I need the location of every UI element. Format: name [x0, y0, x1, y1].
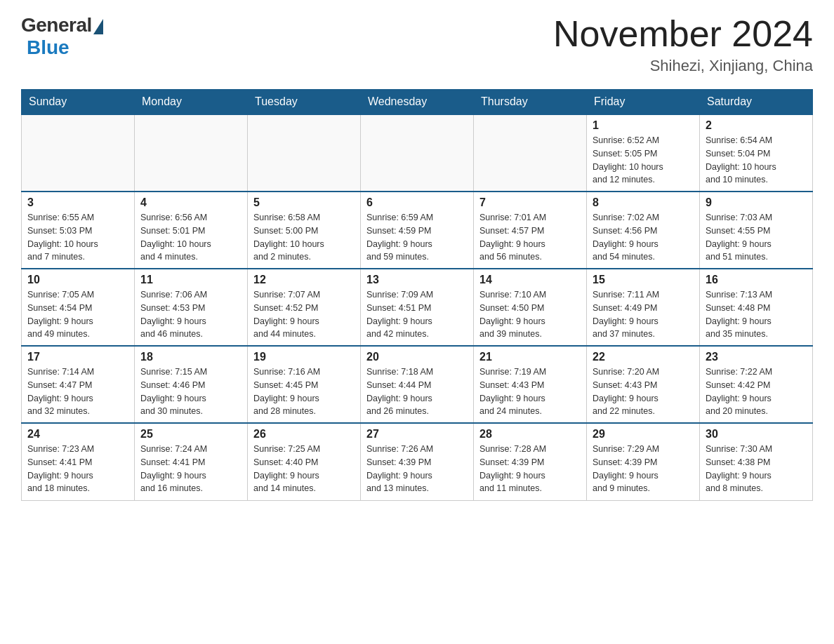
logo-blue-text: Blue — [27, 36, 70, 59]
calendar-subtitle: Shihezi, Xinjiang, China — [553, 57, 813, 75]
day-number: 16 — [706, 274, 807, 286]
day-info: Sunrise: 7:28 AMSunset: 4:39 PMDaylight:… — [479, 443, 581, 495]
day-number: 10 — [27, 274, 128, 286]
day-number: 6 — [366, 196, 468, 209]
calendar-cell — [135, 114, 248, 192]
day-info: Sunrise: 7:29 AMSunset: 4:39 PMDaylight:… — [593, 443, 694, 495]
calendar-cell: 2Sunrise: 6:54 AMSunset: 5:04 PMDaylight… — [700, 114, 813, 192]
calendar-cell: 17Sunrise: 7:14 AMSunset: 4:47 PMDayligh… — [22, 346, 135, 423]
header-wednesday: Wednesday — [361, 90, 474, 115]
day-info: Sunrise: 7:26 AMSunset: 4:39 PMDaylight:… — [366, 443, 468, 495]
calendar-cell: 30Sunrise: 7:30 AMSunset: 4:38 PMDayligh… — [700, 423, 813, 500]
day-number: 3 — [27, 196, 128, 209]
calendar-table: Sunday Monday Tuesday Wednesday Thursday… — [21, 89, 813, 501]
calendar-cell: 14Sunrise: 7:10 AMSunset: 4:50 PMDayligh… — [474, 269, 587, 346]
day-info: Sunrise: 7:10 AMSunset: 4:50 PMDaylight:… — [479, 288, 581, 341]
header-thursday: Thursday — [474, 90, 587, 115]
day-info: Sunrise: 7:20 AMSunset: 4:43 PMDaylight:… — [593, 365, 694, 418]
day-number: 28 — [479, 428, 581, 441]
title-area: November 2024 Shihezi, Xinjiang, China — [553, 14, 813, 75]
day-number: 15 — [593, 274, 694, 286]
calendar-cell: 24Sunrise: 7:23 AMSunset: 4:41 PMDayligh… — [22, 423, 135, 500]
day-number: 2 — [706, 119, 807, 132]
calendar-cell: 26Sunrise: 7:25 AMSunset: 4:40 PMDayligh… — [248, 423, 361, 500]
day-number: 9 — [706, 196, 807, 209]
week-row-0: 1Sunrise: 6:52 AMSunset: 5:05 PMDaylight… — [22, 114, 813, 192]
day-info: Sunrise: 6:58 AMSunset: 5:00 PMDaylight:… — [253, 211, 355, 264]
header-monday: Monday — [135, 90, 248, 115]
day-number: 22 — [593, 351, 694, 363]
calendar-cell: 28Sunrise: 7:28 AMSunset: 4:39 PMDayligh… — [474, 423, 587, 500]
day-number: 7 — [479, 196, 581, 209]
day-number: 1 — [593, 119, 694, 132]
day-number: 19 — [253, 351, 355, 363]
day-info: Sunrise: 7:02 AMSunset: 4:56 PMDaylight:… — [593, 211, 694, 264]
day-number: 11 — [140, 274, 241, 286]
day-number: 25 — [140, 428, 241, 441]
day-info: Sunrise: 7:30 AMSunset: 4:38 PMDaylight:… — [706, 443, 807, 495]
header-sunday: Sunday — [22, 90, 135, 115]
week-row-2: 10Sunrise: 7:05 AMSunset: 4:54 PMDayligh… — [22, 269, 813, 346]
calendar-cell: 25Sunrise: 7:24 AMSunset: 4:41 PMDayligh… — [135, 423, 248, 500]
day-info: Sunrise: 6:55 AMSunset: 5:03 PMDaylight:… — [27, 211, 128, 264]
logo-general-text: General — [21, 14, 92, 36]
calendar-cell: 18Sunrise: 7:15 AMSunset: 4:46 PMDayligh… — [135, 346, 248, 423]
calendar-cell: 20Sunrise: 7:18 AMSunset: 4:44 PMDayligh… — [361, 346, 474, 423]
calendar-cell: 8Sunrise: 7:02 AMSunset: 4:56 PMDaylight… — [587, 192, 700, 269]
calendar-cell: 11Sunrise: 7:06 AMSunset: 4:53 PMDayligh… — [135, 269, 248, 346]
day-info: Sunrise: 7:24 AMSunset: 4:41 PMDaylight:… — [140, 443, 241, 495]
day-info: Sunrise: 7:25 AMSunset: 4:40 PMDaylight:… — [253, 443, 355, 495]
day-number: 24 — [27, 428, 128, 441]
calendar-title: November 2024 — [553, 14, 813, 54]
day-number: 18 — [140, 351, 241, 363]
header-tuesday: Tuesday — [248, 90, 361, 115]
week-row-1: 3Sunrise: 6:55 AMSunset: 5:03 PMDaylight… — [22, 192, 813, 269]
calendar-cell: 29Sunrise: 7:29 AMSunset: 4:39 PMDayligh… — [587, 423, 700, 500]
day-number: 26 — [253, 428, 355, 441]
calendar-cell: 21Sunrise: 7:19 AMSunset: 4:43 PMDayligh… — [474, 346, 587, 423]
day-info: Sunrise: 7:07 AMSunset: 4:52 PMDaylight:… — [253, 288, 355, 341]
day-number: 29 — [593, 428, 694, 441]
day-number: 23 — [706, 351, 807, 363]
day-number: 13 — [366, 274, 468, 286]
day-info: Sunrise: 7:19 AMSunset: 4:43 PMDaylight:… — [479, 365, 581, 418]
day-number: 12 — [253, 274, 355, 286]
day-number: 17 — [27, 351, 128, 363]
calendar-cell: 16Sunrise: 7:13 AMSunset: 4:48 PMDayligh… — [700, 269, 813, 346]
calendar-cell: 23Sunrise: 7:22 AMSunset: 4:42 PMDayligh… — [700, 346, 813, 423]
day-info: Sunrise: 7:23 AMSunset: 4:41 PMDaylight:… — [27, 443, 128, 495]
day-info: Sunrise: 7:16 AMSunset: 4:45 PMDaylight:… — [253, 365, 355, 418]
calendar-cell — [361, 114, 474, 192]
calendar-cell: 19Sunrise: 7:16 AMSunset: 4:45 PMDayligh… — [248, 346, 361, 423]
day-number: 4 — [140, 196, 241, 209]
day-info: Sunrise: 6:54 AMSunset: 5:04 PMDaylight:… — [706, 134, 807, 187]
day-info: Sunrise: 7:09 AMSunset: 4:51 PMDaylight:… — [366, 288, 468, 341]
calendar-cell: 6Sunrise: 6:59 AMSunset: 4:59 PMDaylight… — [361, 192, 474, 269]
calendar-cell — [474, 114, 587, 192]
day-number: 8 — [593, 196, 694, 209]
week-row-3: 17Sunrise: 7:14 AMSunset: 4:47 PMDayligh… — [22, 346, 813, 423]
day-number: 27 — [366, 428, 468, 441]
day-info: Sunrise: 7:05 AMSunset: 4:54 PMDaylight:… — [27, 288, 128, 341]
calendar-cell — [22, 114, 135, 192]
calendar-cell: 15Sunrise: 7:11 AMSunset: 4:49 PMDayligh… — [587, 269, 700, 346]
day-info: Sunrise: 7:15 AMSunset: 4:46 PMDaylight:… — [140, 365, 241, 418]
day-number: 14 — [479, 274, 581, 286]
day-info: Sunrise: 7:06 AMSunset: 4:53 PMDaylight:… — [140, 288, 241, 341]
calendar-cell: 27Sunrise: 7:26 AMSunset: 4:39 PMDayligh… — [361, 423, 474, 500]
calendar-cell: 12Sunrise: 7:07 AMSunset: 4:52 PMDayligh… — [248, 269, 361, 346]
logo: General Blue — [21, 14, 103, 59]
day-number: 20 — [366, 351, 468, 363]
calendar-cell: 3Sunrise: 6:55 AMSunset: 5:03 PMDaylight… — [22, 192, 135, 269]
calendar-cell: 10Sunrise: 7:05 AMSunset: 4:54 PMDayligh… — [22, 269, 135, 346]
day-info: Sunrise: 7:01 AMSunset: 4:57 PMDaylight:… — [479, 211, 581, 264]
day-info: Sunrise: 6:59 AMSunset: 4:59 PMDaylight:… — [366, 211, 468, 264]
week-row-4: 24Sunrise: 7:23 AMSunset: 4:41 PMDayligh… — [22, 423, 813, 500]
header-friday: Friday — [587, 90, 700, 115]
calendar-cell: 22Sunrise: 7:20 AMSunset: 4:43 PMDayligh… — [587, 346, 700, 423]
day-info: Sunrise: 6:52 AMSunset: 5:05 PMDaylight:… — [593, 134, 694, 187]
calendar-cell: 7Sunrise: 7:01 AMSunset: 4:57 PMDaylight… — [474, 192, 587, 269]
calendar-cell: 1Sunrise: 6:52 AMSunset: 5:05 PMDaylight… — [587, 114, 700, 192]
calendar-cell: 9Sunrise: 7:03 AMSunset: 4:55 PMDaylight… — [700, 192, 813, 269]
day-info: Sunrise: 7:11 AMSunset: 4:49 PMDaylight:… — [593, 288, 694, 341]
